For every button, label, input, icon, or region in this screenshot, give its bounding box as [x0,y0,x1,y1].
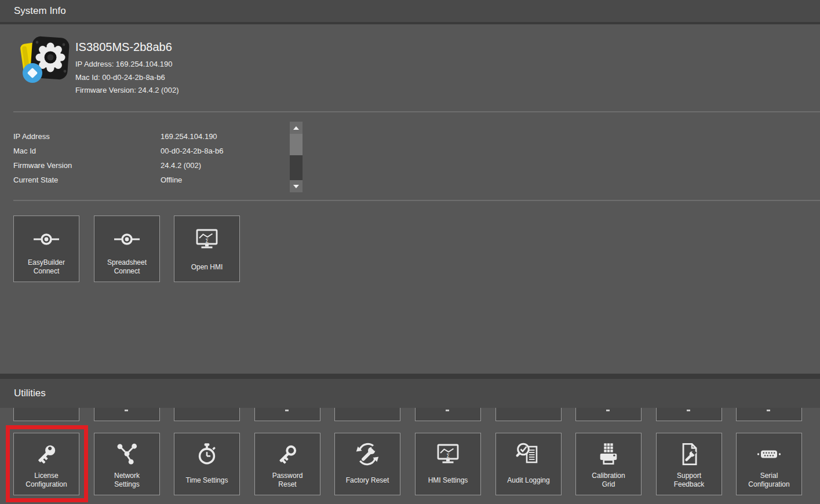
property-value: 169.254.104.190 [161,132,217,141]
key-ring-icon [275,433,300,470]
device-name: IS3805MS-2b8ab6 [75,41,172,54]
scrollbar-thumb[interactable] [290,134,303,155]
tile-label: Audit Logging [505,470,552,490]
tile-label: Network Settings [112,470,142,490]
scrollbar-track[interactable] [290,134,303,180]
tile-label: Support Feedback [672,470,707,490]
factory-reset-button[interactable]: Factory Reset [334,433,400,495]
open-hmi-button[interactable]: Σ Open HMI [174,216,240,282]
connect-icon [113,216,141,257]
cut-off-tile[interactable] [254,408,320,421]
clipped-label-fragment [606,410,610,411]
tile-label: HMI Settings [426,470,471,490]
device-firmware: Firmware Version: 24.4.2 (002) [75,86,178,94]
property-value: 00-d0-24-2b-8a-b6 [161,147,223,155]
device-camera-icon [19,34,72,86]
scroll-up-button[interactable] [290,122,303,134]
arrow-down-icon [293,185,299,188]
audit-logging-button[interactable]: Audit Logging [495,433,562,495]
svg-text:Σ: Σ [446,453,450,459]
device-mac: Mac Id: 00-d0-24-2b-8a-b6 [75,73,165,82]
property-label: Current State [13,176,58,184]
tile-label: License Configuration [23,470,69,490]
clipped-label-fragment [687,410,690,411]
system-info-header: System Info [0,0,820,22]
clipped-label-fragment [446,410,449,411]
divider [13,111,820,112]
serial-port-icon [755,433,783,470]
arrow-up-icon [293,126,299,130]
cut-off-tile[interactable] [736,408,802,421]
system-info-title: System Info [14,5,66,17]
connect-icon [32,216,60,257]
license-configuration-button[interactable]: License Configuration [13,433,79,495]
tile-label: Spreadsheet Connect [105,257,149,277]
magnifier-check-document-icon [515,433,542,470]
property-label: Mac Id [13,147,36,155]
hmi-monitor-icon: Σ [435,433,461,470]
hmi-settings-button[interactable]: Σ HMI Settings [415,433,481,495]
cut-off-tile[interactable] [656,408,722,421]
clipped-label-fragment [767,410,770,411]
network-nodes-icon [114,433,140,470]
tile-label: EasyBuilder Connect [25,257,67,277]
utilities-header: Utilities [0,379,820,408]
device-ip: IP Address: 169.254.104.190 [75,60,172,68]
time-settings-button[interactable]: Time Settings [174,433,240,495]
property-label: IP Address [13,132,50,141]
cut-off-tile[interactable] [495,408,562,421]
printer-grid-icon [596,433,621,470]
tile-label: Time Settings [184,470,231,490]
spreadsheet-connect-button[interactable]: Spreadsheet Connect [94,216,160,282]
cut-off-tile[interactable] [334,408,400,421]
network-settings-button[interactable]: Network Settings [94,433,160,495]
cut-off-tile[interactable] [415,408,481,421]
cut-off-tile[interactable] [575,408,642,421]
cut-off-tile[interactable] [13,408,79,421]
system-info-screen: System Info IS3805MS-2b8ab6 IP Address: … [0,0,820,504]
hmi-monitor-icon: Σ [194,216,220,257]
svg-text:Σ: Σ [205,238,209,243]
password-reset-button[interactable]: Password Reset [254,433,320,495]
clipped-label-fragment [125,410,128,411]
serial-configuration-button[interactable]: Serial Configuration [736,433,802,495]
property-label: Firmware Version [13,161,72,170]
clipped-label-fragment [285,410,289,411]
tile-label: Calibration Grid [589,470,627,490]
tile-label: Factory Reset [344,470,392,490]
divider [13,200,820,201]
cut-off-tile[interactable] [94,408,160,421]
property-value: 24.4.2 (002) [161,161,201,170]
calibration-grid-button[interactable]: Calibration Grid [575,433,642,495]
properties-scrollbar[interactable] [290,122,303,192]
key-icon [34,433,59,470]
stopwatch-icon [194,433,220,470]
support-feedback-button[interactable]: Support Feedback [656,433,722,495]
cut-off-tile[interactable] [174,408,240,421]
property-value: Offline [161,176,182,184]
tile-label: Serial Configuration [746,470,792,490]
easybuilder-connect-button[interactable]: EasyBuilder Connect [13,216,79,282]
tile-label: Open HMI [189,257,225,277]
tile-label: Password Reset [270,470,305,490]
utilities-title: Utilities [14,388,46,399]
wrench-refresh-icon [355,433,380,470]
scroll-down-button[interactable] [290,180,303,192]
section-separator [0,374,820,379]
document-wrench-icon [676,433,702,470]
